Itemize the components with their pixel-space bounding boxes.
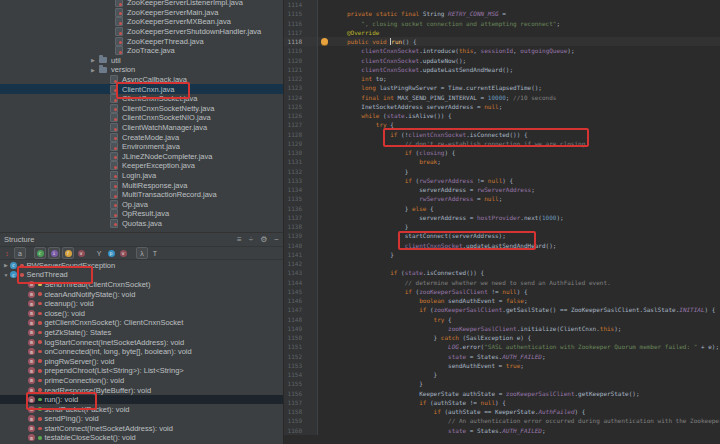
tree-item-multitransactionrecord-java[interactable]: MultiTransactionRecord.java — [0, 190, 283, 200]
sort-by-visibility-icon[interactable]: ↕ — [2, 248, 12, 258]
hide-icon[interactable]: − — [274, 236, 279, 244]
editor-line-1125[interactable]: 1125 InetSocketAddress serverAddress = n… — [284, 102, 720, 111]
structure-item-close[interactable]: mclose(): void — [0, 308, 283, 318]
structure-item-rwserverfoundexception[interactable]: ▶cRWServerFoundException — [0, 261, 283, 271]
editor-line-1159[interactable]: 1159 // An authentication error occurred… — [284, 416, 720, 425]
structure-expand-arrow-icon[interactable]: ▼ — [2, 272, 10, 278]
editor-line-1151[interactable]: 1151 LOG.error("SASL authentication with… — [284, 342, 720, 351]
editor-line-1134[interactable]: 1134 serverAddress = rwServerAddress; — [284, 185, 720, 194]
tree-item-clientcnxnsocketnio-java[interactable]: ClientCnxnSocketNIO.java — [0, 113, 283, 123]
structure-item-sendthread[interactable]: ▼cSendThread — [0, 270, 283, 280]
editor-line-1124[interactable]: 1124 final int MAX_SEND_PING_INTERVAL = … — [284, 93, 720, 102]
show-inherited-icon[interactable]: i — [48, 247, 60, 259]
tree-expand-arrow-icon[interactable]: ▶ — [87, 57, 99, 63]
view-options-icon[interactable]: ÷ — [249, 236, 253, 244]
tree-item-util[interactable]: ▶util — [0, 56, 283, 66]
tree-item-asynccallback-java[interactable]: AsyncCallback.java — [0, 75, 283, 85]
structure-expand-arrow-icon[interactable]: ▶ — [2, 262, 10, 268]
editor-line-1150[interactable]: 1150 } catch (SaslException e) { — [284, 333, 720, 342]
editor-line-1118[interactable]: 1118 public void run() { — [284, 37, 720, 46]
editor-line-1135[interactable]: 1135 rwServerAddress = null; — [284, 194, 720, 203]
tree-item-zookeeperserverlistenerimpl-java[interactable]: ZooKeeperServerListenerImpl.java — [0, 0, 283, 8]
editor-line-1130[interactable]: 1130 if (closing) { — [284, 148, 720, 157]
structure-item-onconnected[interactable]: monConnected(int, long, byte[], boolean)… — [0, 347, 283, 357]
tree-item-keeperexception-java[interactable]: KeeperException.java — [0, 161, 283, 171]
structure-item-logstartconnect[interactable]: mlogStartConnect(InetSocketAddress): voi… — [0, 337, 283, 347]
editor-line-1140[interactable]: 1140 clientCnxnSocket.updateLastSendAndH… — [284, 241, 720, 250]
editor-line-1116[interactable]: 1116 ", closing socket connection and at… — [284, 19, 720, 28]
editor-line-1155[interactable]: 1155 } — [284, 379, 720, 388]
gear-icon[interactable]: ⚙ — [260, 236, 267, 244]
editor-line-1144[interactable]: 1144 // determine whether we need to sen… — [284, 278, 720, 287]
expand-all-icon[interactable]: ≡ — [237, 236, 242, 244]
editor-line-1141[interactable]: 1141 } — [284, 250, 720, 259]
structure-item-cleanandnotifystate[interactable]: mcleanAndNotifyState(): void — [0, 289, 283, 299]
editor-line-1129[interactable]: 1129 // don't re-establish connection if… — [284, 139, 720, 148]
editor-line-1152[interactable]: 1152 state = States.AUTH_FAILED; — [284, 352, 720, 361]
editor-line-1148[interactable]: 1148 try { — [284, 315, 720, 324]
editor-line-1136[interactable]: 1136 } else { — [284, 204, 720, 213]
structure-item-sendpacket[interactable]: msendPacket(Packet): void — [0, 404, 283, 414]
editor-line-1154[interactable]: 1154 } — [284, 370, 720, 379]
tree-item-zookeeperservermxbean-java[interactable]: ZooKeeperServerMXBean.java — [0, 17, 283, 27]
structure-item-getzkstate[interactable]: mgetZkState(): States — [0, 328, 283, 338]
editor-line-1143[interactable]: 1143 if (state.isConnected()) { — [284, 268, 720, 277]
editor-line-1138[interactable]: 1138 } — [284, 222, 720, 231]
tree-item-zookeeperservershutdownhandler-java[interactable]: ZooKeeperServerShutdownHandler.java — [0, 27, 283, 37]
editor-line-1145[interactable]: 1145 if (zooKeeperSaslClient != null) { — [284, 287, 720, 296]
tree-item-op-java[interactable]: Op.java — [0, 199, 283, 209]
editor-line-1127[interactable]: 1127 try { — [284, 120, 720, 129]
tree-item-zookeeperservermain-java[interactable]: ZooKeeperServerMain.java — [0, 8, 283, 18]
tree-item-multiresponse-java[interactable]: MultiResponse.java — [0, 180, 283, 190]
tree-item-jlineznodecompleter-java[interactable]: JLineZNodeCompleter.java — [0, 152, 283, 162]
sort-alphabetically-icon[interactable]: a — [14, 247, 26, 259]
group-by-type-icon[interactable]: T — [150, 248, 160, 258]
tree-item-clientcnxnsocket-java[interactable]: ClientCnxnSocket.java — [0, 94, 283, 104]
editor-line-1133[interactable]: 1133 if (rwServerAddress != null) { — [284, 176, 720, 185]
tree-item-zookeeperthread-java[interactable]: ZooKeeperThread.java — [0, 36, 283, 46]
tree-expand-arrow-icon[interactable]: ▶ — [87, 67, 99, 73]
structure-item-readresponse[interactable]: mreadResponse(ByteBuffer): void — [0, 385, 283, 395]
editor-line-1131[interactable]: 1131 break; — [284, 157, 720, 166]
structure-item-primeconnection[interactable]: mprimeConnection(): void — [0, 376, 283, 386]
editor-line-1119[interactable]: 1119 clientCnxnSocket.introduce(this, se… — [284, 46, 720, 55]
editor-line-1147[interactable]: 1147 if (zooKeeperSaslClient.getSaslStat… — [284, 305, 720, 314]
editor-line-1128[interactable]: 1128 if (!clientCnxnSocket.isConnected()… — [284, 130, 720, 139]
editor-line-1153[interactable]: 1153 sendAuthEvent = true; — [284, 361, 720, 370]
tree-item-opresult-java[interactable]: OpResult.java — [0, 209, 283, 219]
tree-item-quotas-java[interactable]: Quotas.java — [0, 219, 283, 229]
editor-line-1123[interactable]: 1123 long lastPingRwServer = Time.curren… — [284, 83, 720, 92]
structure-item-startconnect[interactable]: mstartConnect(InetSocketAddress): void — [0, 424, 283, 434]
editor-line-1114[interactable]: 1114 — [284, 0, 720, 9]
editor-line-1137[interactable]: 1137 serverAddress = hostProvider.next(1… — [284, 213, 720, 222]
show-classes-icon[interactable]: c — [34, 247, 46, 259]
show-fields-icon[interactable]: f — [62, 247, 74, 259]
tree-item-clientcnxn-java[interactable]: ClientCnxn.java — [0, 84, 283, 94]
tree-item-clientcnxnsocketnetty-java[interactable]: ClientCnxnSocketNetty.java — [0, 104, 283, 114]
structure-item-sendping[interactable]: msendPing(): void — [0, 414, 283, 424]
structure-item-pingrwserver[interactable]: mpingRwServer(): void — [0, 356, 283, 366]
show-lambdas-icon[interactable]: λ — [136, 247, 148, 259]
code-editor[interactable]: 11141115 private static final String RET… — [284, 0, 720, 444]
editor-line-1146[interactable]: 1146 boolean sendAuthEvent = false; — [284, 296, 720, 305]
tree-item-createmode-java[interactable]: CreateMode.java — [0, 132, 283, 142]
editor-line-1120[interactable]: 1120 clientCnxnSocket.updateNow(); — [284, 56, 720, 65]
tree-item-login-java[interactable]: Login.java — [0, 171, 283, 181]
tree-item-environment-java[interactable]: Environment.java — [0, 142, 283, 152]
editor-line-1139[interactable]: 1139 startConnect(serverAddress); — [284, 231, 720, 240]
structure-item-run[interactable]: mrun(): void — [0, 395, 283, 405]
show-properties-icon[interactable]: p — [106, 248, 116, 258]
show-non-public-icon[interactable]: v — [76, 248, 86, 258]
editor-line-1142[interactable]: 1142 — [284, 259, 720, 268]
editor-line-1160[interactable]: 1160 state = States.AUTH_FAILED; — [284, 426, 720, 435]
editor-line-1126[interactable]: 1126 while (state.isAlive()) { — [284, 111, 720, 120]
editor-line-1149[interactable]: 1149 zooKeeperSaslClient.initialize(Clie… — [284, 324, 720, 333]
show-variables-icon[interactable]: v — [118, 248, 128, 258]
structure-item-cleanup[interactable]: mcleanup(): void — [0, 299, 283, 309]
intention-bulb-icon[interactable] — [321, 38, 328, 45]
editor-line-1157[interactable]: 1157 if (authState != null) { — [284, 398, 720, 407]
editor-line-1121[interactable]: 1121 clientCnxnSocket.updateLastSendAndH… — [284, 65, 720, 74]
editor-line-1115[interactable]: 1115 private static final String RETRY_C… — [284, 9, 720, 18]
structure-item-prependchroot[interactable]: mprependChroot(List<String>): List<Strin… — [0, 366, 283, 376]
editor-line-1132[interactable]: 1132 } — [284, 167, 720, 176]
